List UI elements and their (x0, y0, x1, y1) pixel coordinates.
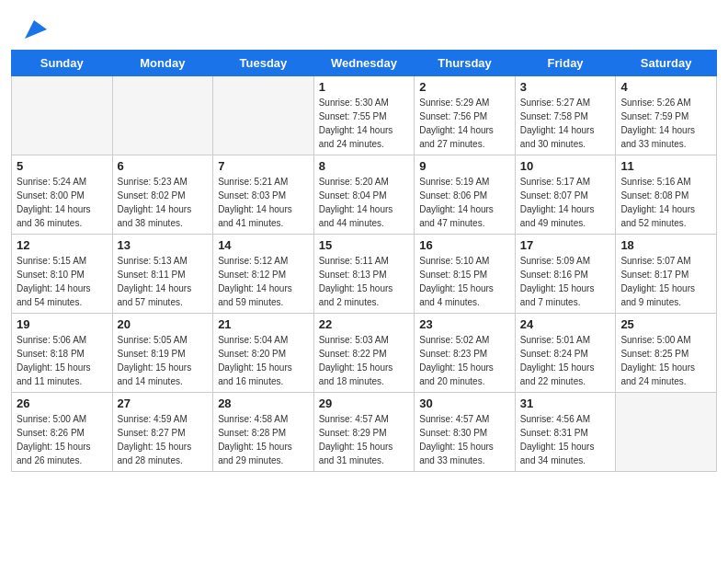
cal-cell: 10Sunrise: 5:17 AM Sunset: 8:07 PM Dayli… (515, 155, 616, 235)
day-info: Sunrise: 5:12 AM Sunset: 8:12 PM Dayligh… (218, 254, 309, 309)
header-wednesday: Wednesday (313, 51, 415, 76)
day-number: 31 (520, 396, 611, 410)
day-number: 15 (319, 238, 410, 252)
day-info: Sunrise: 4:59 AM Sunset: 8:27 PM Dayligh… (118, 412, 209, 467)
day-info: Sunrise: 5:00 AM Sunset: 8:26 PM Dayligh… (17, 412, 108, 467)
header-monday: Monday (112, 51, 213, 76)
day-number: 16 (419, 238, 510, 252)
day-number: 8 (319, 159, 410, 173)
day-number: 6 (118, 159, 209, 173)
cal-cell: 18Sunrise: 5:07 AM Sunset: 8:17 PM Dayli… (616, 235, 717, 314)
day-number: 26 (17, 396, 108, 410)
cal-cell: 5Sunrise: 5:24 AM Sunset: 8:00 PM Daylig… (12, 155, 113, 235)
cal-cell (112, 76, 213, 155)
day-info: Sunrise: 5:03 AM Sunset: 8:22 PM Dayligh… (319, 333, 410, 388)
cal-cell: 20Sunrise: 5:05 AM Sunset: 8:19 PM Dayli… (112, 314, 213, 393)
day-number: 5 (17, 159, 108, 173)
cal-cell: 15Sunrise: 5:11 AM Sunset: 8:13 PM Dayli… (313, 235, 415, 314)
day-number: 9 (419, 159, 510, 173)
cal-cell: 17Sunrise: 5:09 AM Sunset: 8:16 PM Dayli… (515, 235, 616, 314)
day-info: Sunrise: 5:01 AM Sunset: 8:24 PM Dayligh… (520, 333, 611, 388)
day-number: 2 (419, 80, 510, 94)
cal-cell: 23Sunrise: 5:02 AM Sunset: 8:23 PM Dayli… (415, 314, 516, 393)
week-row-0: 1Sunrise: 5:30 AM Sunset: 7:55 PM Daylig… (12, 76, 717, 155)
day-number: 17 (520, 238, 611, 252)
cal-cell: 12Sunrise: 5:15 AM Sunset: 8:10 PM Dayli… (12, 235, 113, 314)
day-number: 30 (419, 396, 510, 410)
logo-icon (21, 17, 47, 42)
day-info: Sunrise: 5:10 AM Sunset: 8:15 PM Dayligh… (419, 254, 510, 309)
day-info: Sunrise: 5:19 AM Sunset: 8:06 PM Dayligh… (419, 175, 510, 230)
day-number: 28 (218, 396, 309, 410)
day-number: 14 (218, 238, 309, 252)
cal-cell: 19Sunrise: 5:06 AM Sunset: 8:18 PM Dayli… (12, 314, 113, 393)
day-number: 22 (319, 317, 410, 331)
header (0, 0, 728, 50)
day-number: 13 (118, 238, 209, 252)
week-row-2: 12Sunrise: 5:15 AM Sunset: 8:10 PM Dayli… (12, 235, 717, 314)
day-number: 12 (17, 238, 108, 252)
day-number: 7 (218, 159, 309, 173)
calendar-table: Sunday Monday Tuesday Wednesday Thursday… (11, 50, 717, 472)
cal-cell (616, 393, 717, 472)
cal-cell: 9Sunrise: 5:19 AM Sunset: 8:06 PM Daylig… (415, 155, 516, 235)
svg-marker-0 (25, 20, 47, 39)
cal-cell: 1Sunrise: 5:30 AM Sunset: 7:55 PM Daylig… (313, 76, 415, 155)
day-info: Sunrise: 5:07 AM Sunset: 8:17 PM Dayligh… (620, 254, 711, 309)
day-info: Sunrise: 5:23 AM Sunset: 8:02 PM Dayligh… (118, 175, 209, 230)
day-info: Sunrise: 5:29 AM Sunset: 7:56 PM Dayligh… (419, 96, 510, 151)
day-info: Sunrise: 5:27 AM Sunset: 7:58 PM Dayligh… (520, 96, 611, 151)
week-row-1: 5Sunrise: 5:24 AM Sunset: 8:00 PM Daylig… (12, 155, 717, 235)
cal-cell: 29Sunrise: 4:57 AM Sunset: 8:29 PM Dayli… (313, 393, 415, 472)
day-info: Sunrise: 5:00 AM Sunset: 8:25 PM Dayligh… (620, 333, 711, 388)
day-number: 3 (520, 80, 611, 94)
day-number: 1 (319, 80, 410, 94)
day-info: Sunrise: 4:56 AM Sunset: 8:31 PM Dayligh… (520, 412, 611, 467)
day-number: 25 (620, 317, 711, 331)
cal-cell: 25Sunrise: 5:00 AM Sunset: 8:25 PM Dayli… (616, 314, 717, 393)
cal-cell (12, 76, 113, 155)
cal-cell: 13Sunrise: 5:13 AM Sunset: 8:11 PM Dayli… (112, 235, 213, 314)
logo (18, 17, 47, 42)
day-info: Sunrise: 4:57 AM Sunset: 8:30 PM Dayligh… (419, 412, 510, 467)
day-number: 18 (620, 238, 711, 252)
cal-cell: 22Sunrise: 5:03 AM Sunset: 8:22 PM Dayli… (313, 314, 415, 393)
day-number: 23 (419, 317, 510, 331)
cal-cell: 3Sunrise: 5:27 AM Sunset: 7:58 PM Daylig… (515, 76, 616, 155)
header-thursday: Thursday (415, 51, 516, 76)
page: Sunday Monday Tuesday Wednesday Thursday… (0, 0, 728, 563)
day-number: 24 (520, 317, 611, 331)
cal-cell: 16Sunrise: 5:10 AM Sunset: 8:15 PM Dayli… (415, 235, 516, 314)
cal-cell: 11Sunrise: 5:16 AM Sunset: 8:08 PM Dayli… (616, 155, 717, 235)
day-number: 4 (620, 80, 711, 94)
day-info: Sunrise: 5:02 AM Sunset: 8:23 PM Dayligh… (419, 333, 510, 388)
cal-cell: 26Sunrise: 5:00 AM Sunset: 8:26 PM Dayli… (12, 393, 113, 472)
day-info: Sunrise: 5:09 AM Sunset: 8:16 PM Dayligh… (520, 254, 611, 309)
day-number: 21 (218, 317, 309, 331)
day-info: Sunrise: 5:04 AM Sunset: 8:20 PM Dayligh… (218, 333, 309, 388)
calendar: Sunday Monday Tuesday Wednesday Thursday… (0, 50, 728, 563)
cal-cell: 8Sunrise: 5:20 AM Sunset: 8:04 PM Daylig… (313, 155, 415, 235)
day-info: Sunrise: 5:30 AM Sunset: 7:55 PM Dayligh… (319, 96, 410, 151)
cal-cell (213, 76, 314, 155)
calendar-body: 1Sunrise: 5:30 AM Sunset: 7:55 PM Daylig… (12, 76, 717, 472)
day-number: 11 (620, 159, 711, 173)
cal-cell: 4Sunrise: 5:26 AM Sunset: 7:59 PM Daylig… (616, 76, 717, 155)
cal-cell: 6Sunrise: 5:23 AM Sunset: 8:02 PM Daylig… (112, 155, 213, 235)
cal-cell: 7Sunrise: 5:21 AM Sunset: 8:03 PM Daylig… (213, 155, 314, 235)
day-info: Sunrise: 5:16 AM Sunset: 8:08 PM Dayligh… (620, 175, 711, 230)
day-number: 19 (17, 317, 108, 331)
day-number: 10 (520, 159, 611, 173)
cal-cell: 24Sunrise: 5:01 AM Sunset: 8:24 PM Dayli… (515, 314, 616, 393)
day-info: Sunrise: 5:11 AM Sunset: 8:13 PM Dayligh… (319, 254, 410, 309)
day-number: 20 (118, 317, 209, 331)
cal-cell: 21Sunrise: 5:04 AM Sunset: 8:20 PM Dayli… (213, 314, 314, 393)
header-saturday: Saturday (616, 51, 717, 76)
day-info: Sunrise: 5:26 AM Sunset: 7:59 PM Dayligh… (620, 96, 711, 151)
cal-cell: 2Sunrise: 5:29 AM Sunset: 7:56 PM Daylig… (415, 76, 516, 155)
cal-cell: 14Sunrise: 5:12 AM Sunset: 8:12 PM Dayli… (213, 235, 314, 314)
day-info: Sunrise: 4:57 AM Sunset: 8:29 PM Dayligh… (319, 412, 410, 467)
cal-cell: 30Sunrise: 4:57 AM Sunset: 8:30 PM Dayli… (415, 393, 516, 472)
cal-cell: 28Sunrise: 4:58 AM Sunset: 8:28 PM Dayli… (213, 393, 314, 472)
day-info: Sunrise: 5:21 AM Sunset: 8:03 PM Dayligh… (218, 175, 309, 230)
